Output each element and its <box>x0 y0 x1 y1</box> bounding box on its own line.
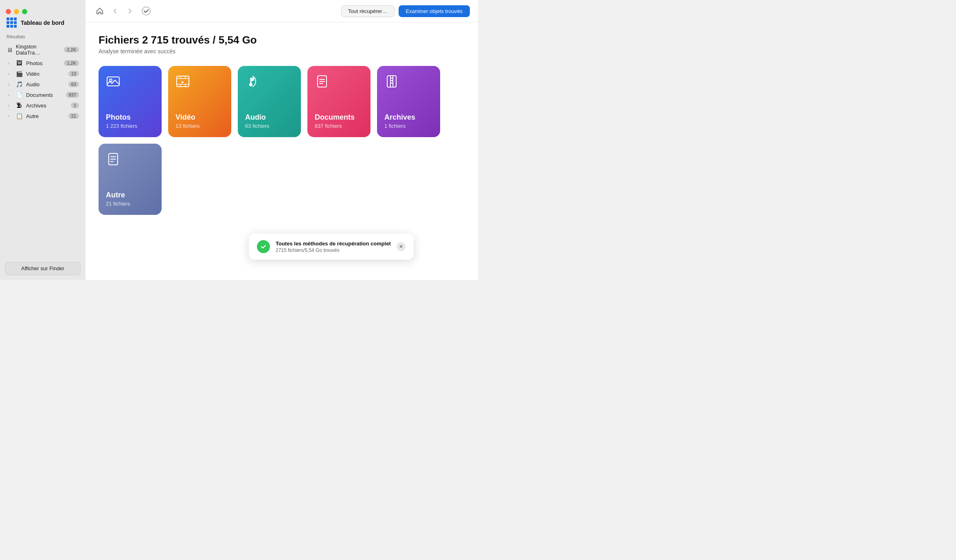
toast-subtitle: 2715 fichiers/5,54 Go trouvés <box>276 247 391 253</box>
video-icon: 🎬 <box>15 70 23 77</box>
sidebar-label-archives: Archives <box>26 103 68 109</box>
forward-button[interactable] <box>125 7 135 15</box>
photos-card-icon <box>106 74 154 92</box>
examine-button[interactable]: Examiner objets trouvés <box>399 5 470 17</box>
audio-card-info: Audio 63 fichiers <box>245 113 294 129</box>
page-title: Fichiers 2 715 trouvés / 5,54 Go <box>99 34 465 46</box>
svg-rect-15 <box>387 76 396 87</box>
results-label: Résultats <box>0 33 86 42</box>
finder-button[interactable]: Afficher sur Finder <box>5 262 81 275</box>
chevron-icon: › <box>8 61 12 66</box>
toast-notification: Toutes les méthodes de récupération comp… <box>249 234 414 260</box>
sidebar-item-video[interactable]: › 🎬 Vidéo 13 <box>0 68 86 79</box>
archives-card-icon <box>384 74 433 92</box>
autre-icon: 📋 <box>15 113 23 119</box>
sidebar-item-autre[interactable]: › 📋 Autre 21 <box>0 111 86 121</box>
toast-title: Toutes les méthodes de récupération comp… <box>276 241 391 247</box>
sidebar-label-video: Vidéo <box>26 71 65 77</box>
autre-badge: 21 <box>68 113 79 119</box>
svg-point-0 <box>142 7 150 15</box>
toolbar: Tout récupérer… Examiner objets trouvés <box>86 0 478 22</box>
grid-icon <box>7 18 17 28</box>
sidebar-label-photos: Photos <box>26 60 61 66</box>
svg-point-10 <box>249 83 252 86</box>
toast-content: Toutes les méthodes de récupération comp… <box>276 241 391 253</box>
card-archives[interactable]: Archives 1 fichiers <box>377 66 440 137</box>
close-button[interactable] <box>6 9 11 14</box>
card-audio[interactable]: Audio 63 fichiers <box>238 66 301 137</box>
svg-rect-1 <box>107 77 119 86</box>
sidebar-item-archives[interactable]: › 🗜 Archives 1 <box>0 100 86 111</box>
documents-badge: 837 <box>66 92 79 98</box>
video-card-info: Vidéo 13 fichiers <box>175 113 224 129</box>
minimize-button[interactable] <box>14 9 19 14</box>
photos-badge: 1,2K <box>64 60 79 66</box>
sidebar-item-documents[interactable]: › 📄 Documents 837 <box>0 90 86 100</box>
audio-card-icon <box>245 74 294 92</box>
back-button[interactable] <box>110 7 121 15</box>
chevron-icon: › <box>8 93 12 97</box>
page-subtitle: Analyse terminée avec succès <box>99 48 465 55</box>
chevron-icon: › <box>8 114 12 118</box>
chevron-icon: › <box>8 72 12 76</box>
window-controls <box>0 5 86 14</box>
checkmark-button[interactable] <box>139 5 153 17</box>
maximize-button[interactable] <box>22 9 27 14</box>
archives-icon: 🗜 <box>15 102 23 109</box>
chevron-icon: › <box>8 103 12 108</box>
sidebar-title: Tableau de bord <box>21 20 64 26</box>
home-button[interactable] <box>94 6 106 16</box>
sidebar-item-audio[interactable]: › 🎵 Audio 63 <box>0 79 86 90</box>
photos-icon: 🖼 <box>15 60 23 66</box>
toast-close-button[interactable]: ✕ <box>397 242 406 251</box>
sidebar-label-documents: Documents <box>26 92 63 98</box>
drive-badge: 2,2K <box>64 47 79 52</box>
recover-all-button[interactable]: Tout récupérer… <box>341 5 395 17</box>
toast-check-icon <box>257 240 270 253</box>
documents-icon: 📄 <box>15 92 23 98</box>
chevron-icon: › <box>8 82 12 87</box>
documents-card-icon <box>315 74 363 92</box>
audio-badge: 63 <box>68 81 79 87</box>
card-autre[interactable]: Autre 21 fichiers <box>99 144 162 215</box>
sidebar-label-audio: Audio <box>26 81 65 88</box>
audio-icon: 🎵 <box>15 81 23 88</box>
sidebar: Tableau de bord Résultats 🖥 Kingston Dat… <box>0 0 86 280</box>
card-video[interactable]: Vidéo 13 fichiers <box>168 66 231 137</box>
autre-card-icon <box>106 152 154 170</box>
sidebar-label-autre: Autre <box>26 113 65 119</box>
cards-grid: Photos 1 223 fichiers <box>99 66 465 215</box>
main-content: Tout récupérer… Examiner objets trouvés … <box>86 0 478 280</box>
video-card-icon <box>175 74 224 92</box>
autre-card-info: Autre 21 fichiers <box>106 191 154 207</box>
documents-card-info: Documents 837 fichiers <box>315 113 363 129</box>
photos-card-name: Photos 1 223 fichiers <box>106 113 154 129</box>
sidebar-drive-item[interactable]: 🖥 Kingston DataTra… 2,2K <box>0 42 86 58</box>
archives-card-info: Archives 1 fichiers <box>384 113 433 129</box>
card-photos[interactable]: Photos 1 223 fichiers <box>99 66 162 137</box>
drive-icon: 🖥 <box>7 46 13 53</box>
sidebar-header[interactable]: Tableau de bord <box>0 14 86 33</box>
video-badge: 13 <box>68 71 79 77</box>
archives-badge: 1 <box>71 103 79 108</box>
card-documents[interactable]: Documents 837 fichiers <box>307 66 371 137</box>
sidebar-item-photos[interactable]: › 🖼 Photos 1,2K <box>0 58 86 68</box>
svg-rect-3 <box>177 76 189 87</box>
drive-name: Kingston DataTra… <box>16 44 61 56</box>
